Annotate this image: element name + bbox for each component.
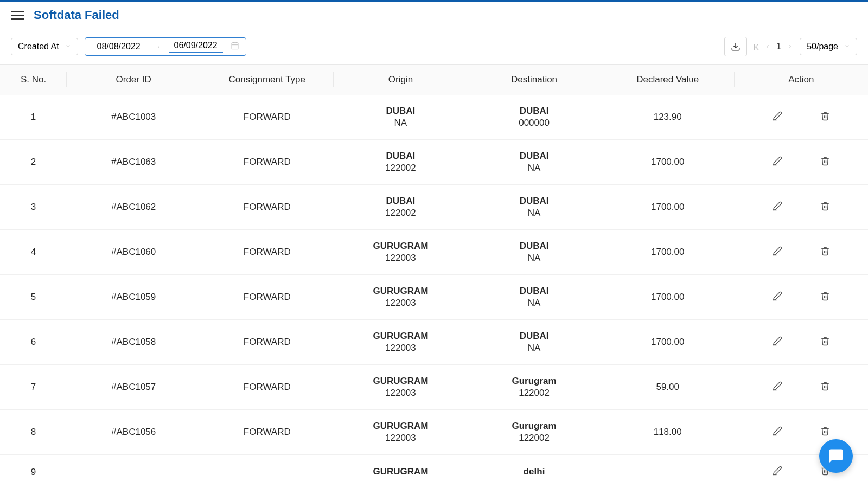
cell-consignment-type: FORWARD	[200, 275, 334, 320]
delete-button[interactable]	[820, 246, 830, 259]
cell-order-id: #ABC1060	[67, 230, 200, 275]
cell-action	[735, 320, 868, 365]
cell-origin: GURUGRAM122003	[334, 365, 467, 410]
cell-order-id: #ABC1059	[67, 275, 200, 320]
cell-order-id: #ABC1058	[67, 320, 200, 365]
cell-order-id: #ABC1057	[67, 365, 200, 410]
cell-declared-value: 1700.00	[601, 275, 735, 320]
filter-toolbar: Created At → K 1 50/page	[0, 29, 868, 65]
edit-button[interactable]	[773, 291, 782, 304]
table-row: 1#ABC1003FORWARDDUBAINADUBAI000000123.90	[0, 95, 868, 140]
delete-button[interactable]	[820, 111, 830, 124]
cell-destination: DUBAINA	[467, 275, 601, 320]
edit-button[interactable]	[773, 201, 782, 214]
page-size-select[interactable]: 50/page	[800, 38, 857, 55]
cell-consignment-type: FORWARD	[200, 140, 334, 185]
header-action: Action	[735, 65, 868, 95]
edit-button[interactable]	[773, 156, 782, 169]
cell-sno: 2	[0, 140, 67, 185]
cell-sno: 6	[0, 320, 67, 365]
cell-origin: GURUGRAM122003	[334, 410, 467, 455]
page-first-button[interactable]: K	[754, 42, 759, 52]
cell-sno: 4	[0, 230, 67, 275]
page-prev-button[interactable]	[764, 42, 771, 52]
edit-button[interactable]	[773, 381, 782, 394]
cell-consignment-type: FORWARD	[200, 365, 334, 410]
cell-action	[735, 140, 868, 185]
chat-widget-button[interactable]	[819, 439, 853, 473]
cell-sno: 8	[0, 410, 67, 455]
export-button[interactable]	[724, 37, 747, 56]
table-row: 9GURUGRAMdelhi	[0, 455, 868, 480]
svg-rect-0	[232, 43, 238, 49]
cell-origin: GURUGRAM122003	[334, 320, 467, 365]
data-table: S. No. Order ID Consignment Type Origin …	[0, 65, 868, 480]
delete-button[interactable]	[820, 336, 830, 349]
header-destination: Destination	[467, 65, 601, 95]
cell-destination: Gurugram122002	[467, 410, 601, 455]
delete-button[interactable]	[820, 381, 830, 394]
table-row: 6#ABC1058FORWARDGURUGRAM122003DUBAINA170…	[0, 320, 868, 365]
cell-consignment-type: FORWARD	[200, 95, 334, 140]
date-range-picker[interactable]: →	[85, 37, 246, 56]
menu-icon[interactable]	[11, 9, 24, 22]
table-row: 2#ABC1063FORWARDDUBAI122002DUBAINA1700.0…	[0, 140, 868, 185]
date-to-input[interactable]	[169, 41, 223, 53]
table-scroll-area[interactable]: S. No. Order ID Consignment Type Origin …	[0, 65, 868, 480]
cell-declared-value: 1700.00	[601, 320, 735, 365]
cell-sno: 7	[0, 365, 67, 410]
cell-sno: 3	[0, 185, 67, 230]
download-icon	[731, 42, 741, 52]
table-row: 3#ABC1062FORWARDDUBAI122002DUBAINA1700.0…	[0, 185, 868, 230]
header-bar: Softdata Failed	[0, 2, 868, 29]
cell-declared-value: 1700.00	[601, 140, 735, 185]
header-declared-value: Declared Value	[601, 65, 735, 95]
cell-order-id: #ABC1056	[67, 410, 200, 455]
cell-order-id	[67, 455, 200, 480]
calendar-icon	[231, 41, 239, 52]
cell-declared-value	[601, 455, 735, 480]
cell-action	[735, 365, 868, 410]
cell-origin: GURUGRAM122003	[334, 230, 467, 275]
cell-consignment-type: FORWARD	[200, 230, 334, 275]
page-title: Softdata Failed	[34, 8, 119, 22]
cell-action	[735, 95, 868, 140]
table-row: 8#ABC1056FORWARDGURUGRAM122003Gurugram12…	[0, 410, 868, 455]
cell-declared-value: 59.00	[601, 365, 735, 410]
cell-declared-value: 123.90	[601, 95, 735, 140]
delete-button[interactable]	[820, 291, 830, 304]
header-sno: S. No.	[0, 65, 67, 95]
delete-button[interactable]	[820, 426, 830, 439]
delete-button[interactable]	[820, 201, 830, 214]
cell-sno: 9	[0, 455, 67, 480]
page-next-button[interactable]	[787, 42, 793, 52]
cell-destination: DUBAINA	[467, 230, 601, 275]
edit-button[interactable]	[773, 466, 782, 478]
date-from-input[interactable]	[92, 42, 146, 52]
cell-consignment-type: FORWARD	[200, 320, 334, 365]
cell-order-id: #ABC1063	[67, 140, 200, 185]
edit-button[interactable]	[773, 336, 782, 349]
page-current: 1	[776, 41, 781, 52]
delete-button[interactable]	[820, 156, 830, 169]
header-consignment-type: Consignment Type	[200, 65, 334, 95]
edit-button[interactable]	[773, 246, 782, 259]
page-size-label: 50/page	[807, 42, 838, 52]
cell-destination: DUBAINA	[467, 140, 601, 185]
cell-destination: DUBAINA	[467, 185, 601, 230]
date-field-select[interactable]: Created At	[11, 38, 78, 55]
cell-origin: DUBAI122002	[334, 140, 467, 185]
header-order-id: Order ID	[67, 65, 200, 95]
cell-consignment-type	[200, 455, 334, 480]
cell-order-id: #ABC1062	[67, 185, 200, 230]
cell-consignment-type: FORWARD	[200, 410, 334, 455]
cell-consignment-type: FORWARD	[200, 185, 334, 230]
cell-sno: 1	[0, 95, 67, 140]
edit-button[interactable]	[773, 111, 782, 124]
edit-button[interactable]	[773, 426, 782, 439]
chat-icon	[828, 448, 844, 464]
cell-origin: DUBAINA	[334, 95, 467, 140]
arrow-right-icon: →	[154, 42, 161, 51]
cell-origin: DUBAI122002	[334, 185, 467, 230]
table-row: 5#ABC1059FORWARDGURUGRAM122003DUBAINA170…	[0, 275, 868, 320]
